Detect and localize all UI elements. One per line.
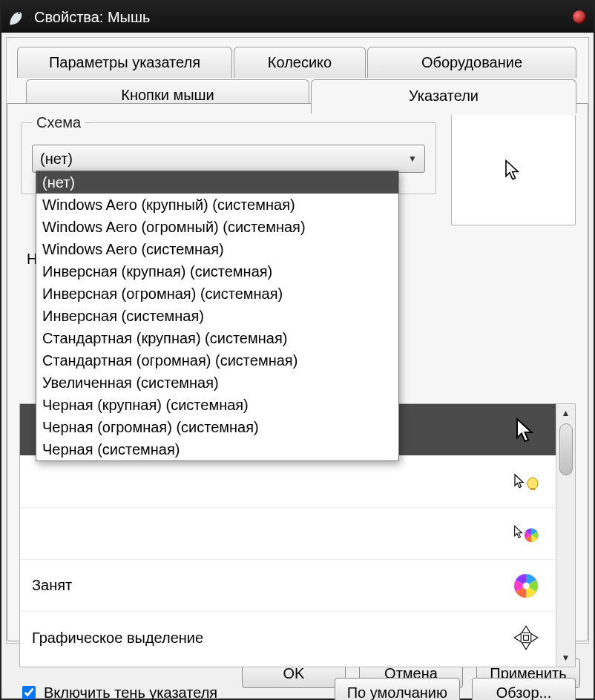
svg-marker-6 (522, 626, 530, 633)
client-area: Параметры указателя Колесико Оборудовани… (6, 37, 589, 644)
tab-pointers[interactable]: Указатели (311, 79, 576, 113)
list-item[interactable]: Занят (20, 560, 556, 612)
scroll-thumb[interactable] (559, 423, 573, 475)
svg-marker-7 (522, 643, 530, 650)
dropdown-option[interactable]: Увеличенная (системная) (36, 372, 398, 394)
scheme-selected-value: (нет) (40, 151, 73, 168)
scrollbar[interactable]: ▲ ▼ (556, 404, 575, 667)
cursor-preview (451, 114, 576, 225)
dropdown-option[interactable]: Черная (огромная) (системная) (36, 416, 398, 438)
cursor-help-icon (508, 464, 544, 500)
svg-rect-2 (530, 488, 535, 490)
titlebar[interactable]: Свойства: Мышь (1, 1, 594, 33)
dropdown-option[interactable]: Инверсная (системная) (36, 305, 398, 327)
window-title: Свойства: Мышь (34, 9, 150, 26)
list-item[interactable]: Графическое выделение (20, 612, 556, 664)
scheme-legend: Схема (32, 114, 85, 131)
list-item[interactable] (20, 508, 556, 560)
tab-hardware[interactable]: Оборудование (367, 47, 576, 78)
checkbox-shadow[interactable]: Включить тень указателя (19, 684, 217, 700)
scroll-up-icon[interactable]: ▲ (562, 407, 571, 419)
dropdown-option[interactable]: Черная (системная) (36, 438, 398, 460)
cursor-busy-icon (508, 568, 544, 604)
tab-pointer-options[interactable]: Параметры указателя (17, 47, 232, 78)
close-button[interactable] (573, 10, 586, 24)
svg-point-5 (523, 582, 530, 589)
dropdown-option[interactable]: Инверсная (огромная) (системная) (36, 283, 398, 305)
svg-marker-9 (531, 633, 538, 641)
checkbox-shadow-input[interactable] (22, 686, 36, 699)
dropdown-option[interactable]: Windows Aero (огромный) (системная) (36, 216, 398, 238)
tab-wheel[interactable]: Колесико (234, 47, 366, 78)
cursor-precision-icon (508, 620, 544, 656)
app-icon (6, 7, 27, 27)
chevron-down-icon: ▼ (408, 153, 417, 164)
list-item[interactable] (20, 456, 556, 508)
scroll-down-icon[interactable]: ▼ (562, 652, 571, 664)
scheme-combobox[interactable]: (нет) ▼ (32, 145, 425, 173)
svg-rect-10 (524, 635, 529, 641)
dropdown-option[interactable]: Windows Aero (крупный) (системная) (36, 194, 398, 216)
dropdown-option[interactable]: Стандартная (огромная) (системная) (36, 349, 398, 372)
tab-page-pointers: Схема (нет) ▼ На (нет) Windows Aero (кру… (7, 103, 588, 641)
dropdown-option[interactable]: Черная (крупная) (системная) (36, 394, 398, 416)
dropdown-option[interactable]: Стандартная (крупная) (системная) (36, 327, 398, 349)
svg-point-0 (18, 12, 20, 14)
dropdown-option[interactable]: (нет) (36, 171, 398, 194)
dialog-window: Свойства: Мышь Параметры указателя Колес… (0, 0, 595, 700)
browse-button[interactable]: Обзор... (472, 678, 576, 700)
cursor-working-icon (508, 516, 544, 552)
dropdown-option[interactable]: Windows Aero (системная) (36, 238, 398, 260)
defaults-button[interactable]: По умолчанию (335, 678, 460, 700)
dropdown-option[interactable]: Инверсная (крупная) (системная) (36, 260, 398, 283)
svg-marker-8 (514, 633, 521, 641)
scheme-dropdown-list[interactable]: (нет) Windows Aero (крупный) (системная)… (36, 171, 399, 461)
cursor-arrow-icon (508, 412, 544, 448)
svg-point-1 (527, 478, 538, 489)
